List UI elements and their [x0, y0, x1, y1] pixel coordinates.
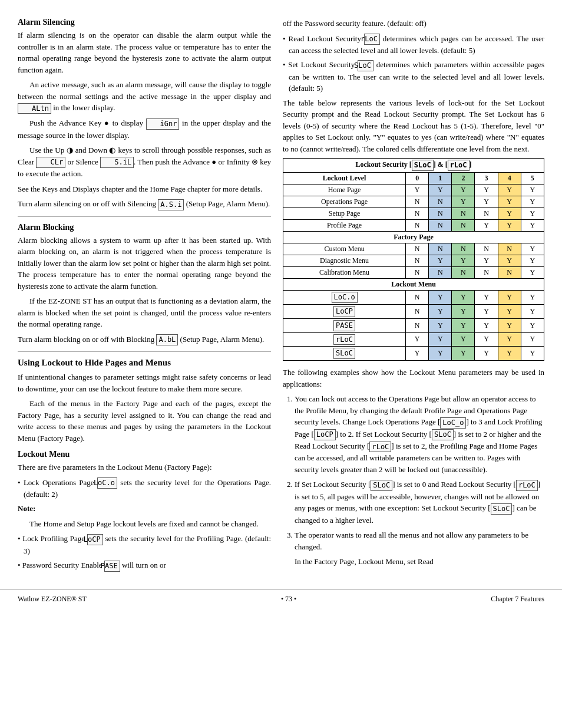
cell-pp-4: Y	[498, 220, 521, 232]
cell-dm-4: Y	[498, 255, 521, 267]
row-label-pase: PASE	[283, 318, 406, 332]
lcd-ex2-rloc: rLoC	[516, 480, 538, 491]
lockout-menu-section: Lockout Menu There are five parameters i…	[18, 450, 271, 572]
cell-sloc-4: Y	[498, 347, 521, 361]
lockout-menu-header: Lockout Menu	[283, 279, 544, 291]
alarm-silencing-p6: Turn alarm silencing on or off with Sile…	[18, 198, 271, 210]
cell-pase-1: Y	[429, 318, 452, 332]
cell-pase-0: N	[406, 318, 429, 332]
lockout-menu-bullet1: • Lock Operations Page LoC.o sets the se…	[18, 477, 271, 500]
table-row-calibration: Calibration Menu N N N N N Y	[283, 267, 544, 279]
cell-cm-0: N	[406, 243, 429, 255]
lcd-locp-t: LoCP	[333, 306, 355, 317]
table-row-sloc: SLoC Y Y Y Y Y Y	[283, 347, 544, 361]
lockout-menu-bullet3: • Password Security Enable PASE will tur…	[18, 559, 271, 571]
lockout-menu-p1: There are five parameters in the Lockout…	[18, 462, 271, 473]
lcd-locd-t: LoC.o	[332, 292, 358, 303]
row-label-custom: Custom Menu	[283, 243, 406, 255]
left-column: Alarm Silencing If alarm silencing is on…	[18, 18, 271, 578]
cell-pase-2: Y	[452, 318, 475, 332]
examples-intro: The following examples show how the Lock…	[283, 367, 544, 390]
cell-rloc-5: Y	[521, 332, 544, 347]
cell-locp-3: Y	[475, 304, 498, 318]
lcd-sloc-h: SLoC	[412, 160, 434, 171]
cell-hp-2: Y	[452, 185, 475, 196]
row-label-rloc: rLoC	[283, 332, 406, 347]
lockout-menu-bullet2: • Lock Profiling Page LoCP sets the secu…	[18, 533, 271, 556]
cell-dm-1: Y	[429, 255, 452, 267]
table-row-profile: Profile Page N N N Y Y Y	[283, 220, 544, 232]
row-label-setup: Setup Page	[283, 208, 406, 220]
alarm-silencing-p2: An active message, such as an alarm mess…	[18, 79, 271, 114]
cell-sloc-5: Y	[521, 347, 544, 361]
cell-pase-5: Y	[521, 318, 544, 332]
cell-cm-1: N	[429, 243, 452, 255]
cell-op-3: Y	[475, 196, 498, 208]
cell-cal-4: N	[498, 267, 521, 279]
cell-locp-4: Y	[498, 304, 521, 318]
table-row-homepage: Home Page Y Y Y Y Y Y	[283, 185, 544, 196]
lcd-rloc-t: rLoC	[333, 334, 355, 345]
alarm-blocking-p3: Turn alarm blocking on or off with Block…	[18, 334, 271, 345]
table-row-custom: Custom Menu N N N N N Y	[283, 243, 544, 255]
cell-hp-5: Y	[521, 185, 544, 196]
cell-rloc-0: Y	[406, 332, 429, 347]
alarm-silencing-p1: If alarm silencing is on the operator ca…	[18, 29, 271, 75]
col-3: 3	[475, 173, 498, 185]
right-bullet2: • Set Lockout Security SLoC determines w…	[283, 59, 544, 94]
lcd-sloc-t: SLoC	[333, 348, 355, 359]
col-5: 5	[521, 173, 544, 185]
cell-pp-3: Y	[475, 220, 498, 232]
lcd-ignr: iGnr	[146, 118, 180, 130]
right-column: off the Password security feature. (defa…	[283, 18, 544, 578]
col-label: Lockout Level	[283, 173, 406, 185]
lcd-ex1-sloc: SLoC	[432, 429, 454, 440]
cell-op-2: Y	[452, 196, 475, 208]
footer-left: Watlow EZ-ZONE® ST	[18, 595, 87, 604]
example-3-cont: In the Factory Page, Lockout Menu, set R…	[283, 556, 544, 568]
lcd-ex1-locp: LoCP	[314, 429, 336, 440]
cell-cal-2: N	[452, 267, 475, 279]
right-p1: off the Password security feature. (defa…	[283, 18, 544, 29]
cell-locd-0: N	[406, 291, 429, 305]
lcd-rloc-h: rLoC	[448, 160, 470, 171]
table-row-operations: Operations Page N N Y Y Y Y	[283, 196, 544, 208]
table-section-factory: Factory Page	[283, 232, 544, 243]
cell-dm-3: Y	[475, 255, 498, 267]
row-label-operations: Operations Page	[283, 196, 406, 208]
divider-1	[18, 216, 271, 217]
cell-locp-2: Y	[452, 304, 475, 318]
row-label-diagnostic: Diagnostic Menu	[283, 255, 406, 267]
cell-hp-4: Y	[498, 185, 521, 196]
alarm-blocking-p2: If the EZ-ZONE ST has an output that is …	[18, 295, 271, 330]
cell-locd-3: Y	[475, 291, 498, 305]
table-row-pase: PASE N Y Y Y Y Y	[283, 318, 544, 332]
lcd-locp: LoCP	[87, 534, 103, 545]
right-bullet1: • Read Lockout Security rLoC determines …	[283, 33, 544, 57]
alarm-blocking-section: Alarm Blocking Alarm blocking allows a s…	[18, 223, 271, 345]
cell-sloc-3: Y	[475, 347, 498, 361]
lockout-menu-note-label: Note:	[18, 503, 271, 515]
cell-locp-1: Y	[429, 304, 452, 318]
cell-cal-1: N	[429, 267, 452, 279]
footer-right: Chapter 7 Features	[491, 595, 544, 604]
cell-dm-5: Y	[521, 255, 544, 267]
alarm-blocking-title: Alarm Blocking	[18, 223, 271, 232]
cell-dm-2: Y	[452, 255, 475, 267]
lcd-alsi: A.S.i	[158, 199, 184, 210]
col-0: 0	[406, 173, 429, 185]
cell-hp-1: Y	[429, 185, 452, 196]
cell-cal-5: Y	[521, 267, 544, 279]
lcd-ablk: A.bL	[156, 334, 178, 345]
cell-op-4: Y	[498, 196, 521, 208]
cell-sloc-2: Y	[452, 347, 475, 361]
table-row-rloc: rLoC Y Y Y Y Y Y	[283, 332, 544, 347]
cell-sp-4: Y	[498, 208, 521, 220]
cell-hp-0: Y	[406, 185, 429, 196]
table-row-locd: LoC.o N Y Y Y Y Y	[283, 291, 544, 305]
right-p2: The table below represents the various l…	[283, 97, 544, 155]
cell-rloc-3: Y	[475, 332, 498, 347]
cell-locd-4: Y	[498, 291, 521, 305]
lcd-rloc: rLoC	[364, 34, 380, 45]
table-row-diagnostic: Diagnostic Menu N Y Y Y Y Y	[283, 255, 544, 267]
